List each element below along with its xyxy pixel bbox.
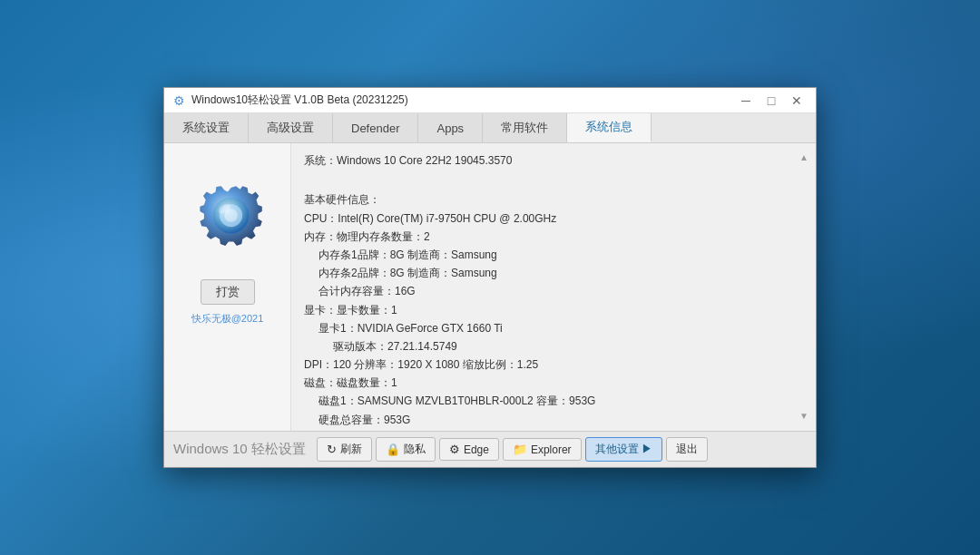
- hardware-title: 基本硬件信息：: [304, 191, 805, 209]
- info-panel: ▲ 系统：Windows 10 Core 22H2 19045.3570 基本硬…: [291, 143, 816, 431]
- disk-total: 硬盘总容量：953G: [304, 412, 805, 429]
- privacy-label: 隐私: [404, 442, 426, 457]
- tab-apps[interactable]: Apps: [418, 113, 483, 142]
- edge-icon: ⚙: [449, 443, 460, 456]
- cpu-line: CPU：Intel(R) Core(TM) i7-9750H CPU @ 2.0…: [304, 210, 805, 228]
- privacy-icon: 🔒: [386, 443, 400, 456]
- tab-tools[interactable]: 常用软件: [483, 113, 567, 142]
- tab-system[interactable]: 系统设置: [164, 113, 249, 142]
- maximize-button[interactable]: □: [760, 92, 783, 110]
- explorer-button[interactable]: 📁 Explorer: [503, 438, 582, 461]
- bottom-bar: Windows 10 轻松设置 ↻ 刷新 🔒 隐私 ⚙ Edge 📁 Explo…: [164, 431, 816, 467]
- watermark-link[interactable]: 快乐无极@2021: [191, 312, 264, 326]
- main-window: ⚙ Windows10轻松设置 V1.0B Beta (20231225) ─ …: [163, 87, 817, 468]
- mem-slot2: 内存条2品牌：8G 制造商：Samsung: [304, 265, 805, 282]
- minimize-button[interactable]: ─: [734, 92, 758, 110]
- edge-label: Edge: [464, 443, 489, 456]
- dpi-line: DPI：120 分辨率：1920 X 1080 缩放比例：1.25: [304, 356, 805, 374]
- disk-title: 磁盘：磁盘数量：1: [304, 375, 805, 392]
- app-title: Windows 10 轻松设置: [173, 441, 306, 458]
- scroll-up-icon: ▲: [799, 151, 808, 165]
- explorer-icon: 📁: [513, 443, 527, 456]
- title-bar-left: ⚙ Windows10轻松设置 V1.0B Beta (20231225): [172, 92, 408, 108]
- window-title: Windows10轻松设置 V1.0B Beta (20231225): [191, 92, 408, 108]
- refresh-label: 刷新: [340, 442, 362, 457]
- content-area: 打赏 快乐无极@2021 ▲ 系统：Windows 10 Core 22H2 1…: [164, 143, 816, 431]
- refresh-button[interactable]: ↻ 刷新: [317, 437, 372, 462]
- exit-button[interactable]: 退出: [666, 437, 708, 462]
- tab-advanced[interactable]: 高级设置: [249, 113, 333, 142]
- memory-title: 内存：物理内存条数量：2: [304, 229, 805, 246]
- refresh-icon: ↻: [327, 443, 337, 456]
- explorer-label: Explorer: [531, 443, 572, 456]
- gear-image: [187, 180, 269, 261]
- exit-label: 退出: [676, 442, 698, 457]
- print-button[interactable]: 打赏: [201, 279, 255, 305]
- title-bar: ⚙ Windows10轻松设置 V1.0B Beta (20231225) ─ …: [164, 88, 816, 113]
- tab-sysinfo[interactable]: 系统信息: [567, 113, 652, 142]
- close-button[interactable]: ✕: [785, 92, 808, 110]
- gpu-name: 显卡1：NVIDIA GeForce GTX 1660 Ti: [304, 320, 805, 337]
- gpu-title: 显卡：显卡数量：1: [304, 302, 805, 319]
- tab-bar: 系统设置 高级设置 Defender Apps 常用软件 系统信息: [164, 113, 816, 143]
- window-controls: ─ □ ✕: [734, 92, 808, 110]
- empty-line: [304, 170, 805, 188]
- other-settings-label: 其他设置 ▶: [595, 442, 652, 457]
- tab-defender[interactable]: Defender: [333, 113, 418, 142]
- left-panel: 打赏 快乐无极@2021: [164, 143, 291, 431]
- scroll-down-icon: ▼: [799, 409, 808, 424]
- system-line: 系统：Windows 10 Core 22H2 19045.3570: [304, 152, 805, 170]
- gpu-driver: 驱动版本：27.21.14.5749: [304, 338, 805, 355]
- privacy-button[interactable]: 🔒 隐私: [376, 437, 436, 462]
- mem-slot1: 内存条1品牌：8G 制造商：Samsung: [304, 247, 805, 264]
- other-settings-button[interactable]: 其他设置 ▶: [585, 437, 662, 462]
- mem-total: 合计内存容量：16G: [304, 283, 805, 300]
- app-icon: ⚙: [172, 93, 186, 108]
- disk-name: 磁盘1：SAMSUNG MZVLB1T0HBLR-000L2 容量：953G: [304, 393, 805, 410]
- edge-button[interactable]: ⚙ Edge: [439, 438, 499, 461]
